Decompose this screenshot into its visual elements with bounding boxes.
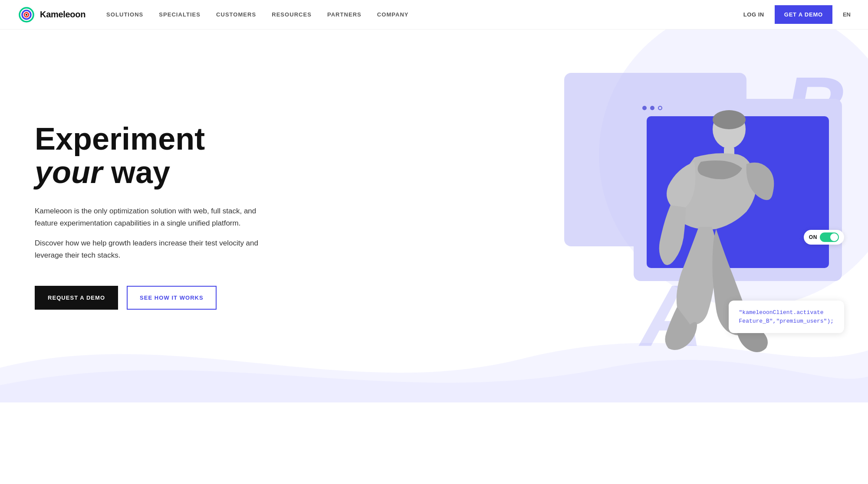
athlete-svg — [590, 90, 799, 402]
login-button[interactable]: LOG IN — [743, 11, 764, 18]
hero-section: Experiment your way Kameleoon is the onl… — [0, 29, 868, 402]
get-demo-button[interactable]: GET A DEMO — [775, 5, 832, 24]
hero-visual: B A — [542, 29, 868, 402]
logo-link[interactable]: Kameleoon — [17, 6, 85, 24]
svg-point-7 — [713, 110, 746, 129]
nav-resources[interactable]: RESOURCES — [272, 11, 312, 18]
code-snippet-widget: "kameleoonClient.activate Feature_B","pr… — [729, 301, 844, 333]
nav-links: SOLUTIONS SPECIALTIES CUSTOMERS RESOURCE… — [106, 11, 743, 18]
see-how-it-works-button[interactable]: SEE HOW IT WORKS — [127, 286, 217, 310]
hero-description-2: Discover how we help growth leaders incr… — [35, 237, 260, 262]
toggle-widget: ON — [804, 230, 844, 245]
svg-point-4 — [26, 14, 27, 16]
logo-icon — [17, 6, 36, 24]
hero-title-way: way — [102, 155, 170, 190]
toggle-track[interactable] — [820, 232, 839, 242]
hero-description-1: Kameleoon is the only optimization solut… — [35, 205, 260, 229]
hero-title-line1: Experiment — [35, 121, 205, 156]
hero-content: Experiment your way Kameleoon is the onl… — [0, 88, 260, 345]
request-demo-button[interactable]: REQUEST A DEMO — [35, 286, 118, 310]
navbar: Kameleoon SOLUTIONS SPECIALTIES CUSTOMER… — [0, 0, 868, 29]
language-selector[interactable]: EN — [843, 11, 851, 18]
hero-buttons: REQUEST A DEMO SEE HOW IT WORKS — [35, 286, 260, 310]
code-line-2: Feature_B","premium_users"); — [739, 318, 834, 324]
hero-title-italic: your — [35, 155, 102, 190]
code-line-1: "kameleoonClient.activate — [739, 309, 824, 316]
hero-title: Experiment your way — [35, 122, 260, 190]
nav-specialties[interactable]: SPECIALTIES — [159, 11, 201, 18]
toggle-on-label: ON — [809, 234, 817, 240]
nav-solutions[interactable]: SOLUTIONS — [106, 11, 143, 18]
logo-text: Kameleoon — [40, 10, 85, 20]
athlete-figure — [590, 90, 799, 402]
nav-customers[interactable]: CUSTOMERS — [216, 11, 256, 18]
nav-partners[interactable]: PARTNERS — [327, 11, 362, 18]
code-snippet-text: "kameleoonClient.activate Feature_B","pr… — [739, 308, 834, 325]
nav-right: LOG IN GET A DEMO EN — [743, 5, 851, 24]
nav-company[interactable]: COMPANY — [377, 11, 409, 18]
toggle-thumb — [830, 233, 838, 241]
